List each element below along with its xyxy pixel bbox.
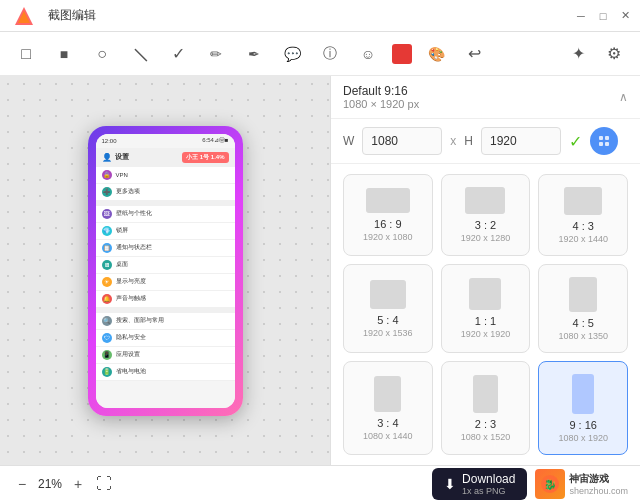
height-input[interactable] [481, 127, 561, 155]
pencil-tool[interactable]: ✏ [202, 40, 230, 68]
search-label: 搜索、面部与常用 [116, 316, 164, 325]
ratio-label: 3 : 4 [377, 417, 398, 429]
ratio-item-9-16[interactable]: 9 : 16 1080 x 1920 [538, 361, 628, 455]
zoom-in-btn[interactable]: + [68, 474, 88, 494]
svg-rect-5 [605, 142, 609, 146]
ratio-preview [572, 374, 594, 414]
phone-screen: 12:00 6:54⊿ⓦ■ 👤 设置 小王 1号 1.4% 🔒 VPN [96, 134, 235, 408]
ratio-size: 1920 x 1280 [461, 233, 511, 243]
download-button[interactable]: ⬇ Download 1x as PNG [432, 468, 527, 500]
emoji-tool[interactable]: ☺ [354, 40, 382, 68]
settings-item-display: ☀ 显示与亮度 [96, 274, 235, 291]
pen-tool[interactable]: ✒ [240, 40, 268, 68]
zoom-controls: − 21% + ⛶ [12, 474, 114, 494]
toolbar-tools: □ ■ ○ | ✓ ✏ ✒ 💬 ⓘ ☺ 🎨 ↩ [12, 40, 558, 68]
settings-item-more: ➕ 更多选项 [96, 184, 235, 201]
more-label: 更多选项 [116, 187, 140, 196]
ratio-label: 1 : 1 [475, 315, 496, 327]
brand-site: shenzhou.com [569, 486, 628, 496]
search-icon: 🔍 [102, 316, 112, 326]
check-tool[interactable]: ✓ [164, 40, 192, 68]
download-label: Download [462, 472, 515, 486]
canvas-area[interactable]: 12:00 6:54⊿ⓦ■ 👤 设置 小王 1号 1.4% 🔒 VPN [0, 76, 330, 465]
color-picker[interactable]: 🎨 [422, 40, 450, 68]
zoom-value: 21% [38, 477, 62, 491]
line-tool[interactable]: | [120, 34, 160, 74]
ratio-size: 1080 x 1440 [363, 431, 413, 441]
brand-logo: 🐉 神宙游戏 shenzhou.com [535, 469, 628, 499]
lockscreen-icon: 💎 [102, 226, 112, 236]
status-icons: 6:54⊿ⓦ■ [202, 136, 228, 145]
undo-btn[interactable]: ↩ [460, 40, 488, 68]
full-screen-icon[interactable] [590, 127, 618, 155]
ratio-label: 4 : 3 [572, 220, 593, 232]
settings-header: 👤 设置 小王 1号 1.4% [96, 148, 235, 167]
brightness-btn[interactable]: ✦ [564, 40, 592, 68]
ratio-item-2-3[interactable]: 2 : 3 1080 x 1520 [441, 361, 531, 455]
ratio-size: 1920 x 1536 [363, 328, 413, 338]
settings-btn[interactable]: ⚙ [600, 40, 628, 68]
ratio-item-4-3[interactable]: 4 : 3 1920 x 1440 [538, 174, 628, 256]
ratio-preview [366, 188, 410, 213]
confirm-icon[interactable]: ✓ [569, 132, 582, 151]
bottom-right: ⬇ Download 1x as PNG 🐉 神宙游戏 shenzhou.com [432, 468, 628, 500]
width-input[interactable] [362, 127, 442, 155]
ratio-label: 3 : 2 [475, 219, 496, 231]
lockscreen-label: 锁屏 [116, 226, 128, 235]
panel-header-text: Default 9:16 [343, 84, 419, 98]
right-panel: Default 9:16 1080 × 1920 px ∧ W x H ✓ [330, 76, 640, 465]
panel-header-info: Default 9:16 1080 × 1920 px [343, 84, 419, 110]
settings-list: 👤 设置 小王 1号 1.4% 🔒 VPN ➕ 更多 [96, 148, 235, 408]
brand-text: 神宙游戏 shenzhou.com [569, 472, 628, 496]
fill-tool[interactable]: ■ [50, 40, 78, 68]
ratio-item-1-1[interactable]: 1 : 1 1920 x 1920 [441, 264, 531, 353]
speech-tool[interactable]: 💬 [278, 40, 306, 68]
ratio-label: 9 : 16 [569, 419, 597, 431]
display-icon: ☀ [102, 277, 112, 287]
brand-name: 神宙游戏 [569, 472, 628, 486]
settings-item-battery: 🔋 省电与电池 [96, 364, 235, 381]
ratio-item-16-9[interactable]: 16 : 9 1920 x 1080 [343, 174, 433, 256]
ratio-item-5-4[interactable]: 5 : 4 1920 x 1536 [343, 264, 433, 353]
info-tool[interactable]: ⓘ [316, 40, 344, 68]
sound-icon: 🔔 [102, 294, 112, 304]
ratio-item-3-2[interactable]: 3 : 2 1920 x 1280 [441, 174, 531, 256]
desktop-icon: 🖥 [102, 260, 112, 270]
svg-rect-2 [599, 136, 603, 140]
title-bar: 截图编辑 ─ □ ✕ [0, 0, 640, 32]
svg-rect-3 [605, 136, 609, 140]
status-time: 12:00 [102, 138, 117, 144]
maximize-btn[interactable]: □ [596, 9, 610, 23]
ratio-size: 1080 x 1920 [558, 433, 608, 443]
w-label: W [343, 134, 354, 148]
ratio-item-3-4[interactable]: 3 : 4 1080 x 1440 [343, 361, 433, 455]
ratio-size: 1080 x 1350 [558, 331, 608, 341]
vpn-label: VPN [116, 172, 128, 178]
panel-header: Default 9:16 1080 × 1920 px ∧ [331, 76, 640, 119]
privacy-label: 隐私与安全 [116, 333, 146, 342]
fit-icon[interactable]: ⛶ [94, 474, 114, 494]
phone-mockup: 12:00 6:54⊿ⓦ■ 👤 设置 小王 1号 1.4% 🔒 VPN [88, 126, 243, 416]
minimize-btn[interactable]: ─ [574, 9, 588, 23]
apps-icon: 📱 [102, 350, 112, 360]
ratio-preview [469, 278, 501, 310]
close-btn[interactable]: ✕ [618, 9, 632, 23]
panel-size-label: 1080 × 1920 px [343, 98, 419, 110]
color-red[interactable] [392, 44, 412, 64]
toolbar-right: ✦ ⚙ [564, 40, 628, 68]
window-controls: ─ □ ✕ [574, 9, 632, 23]
zoom-out-btn[interactable]: − [12, 474, 32, 494]
settings-title: 设置 [115, 152, 129, 162]
ratio-preview [465, 187, 505, 214]
bottom-bar: − 21% + ⛶ ⬇ Download 1x as PNG 🐉 神宙游戏 sh… [0, 465, 640, 501]
x-separator: x [450, 134, 456, 148]
rectangle-tool[interactable]: □ [12, 40, 40, 68]
desktop-label: 桌面 [116, 260, 128, 269]
chevron-up-icon[interactable]: ∧ [619, 90, 628, 104]
circle-tool[interactable]: ○ [88, 40, 116, 68]
settings-item-privacy: 🛡 隐私与安全 [96, 330, 235, 347]
privacy-icon: 🛡 [102, 333, 112, 343]
ratio-size: 1920 x 1440 [558, 234, 608, 244]
ratio-item-4-5[interactable]: 4 : 5 1080 x 1350 [538, 264, 628, 353]
settings-item-desktop: 🖥 桌面 [96, 257, 235, 274]
